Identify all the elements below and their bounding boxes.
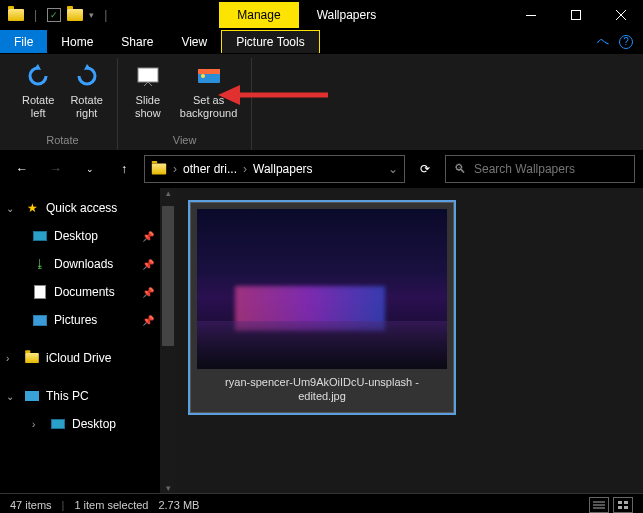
button-label: Rotateright [70,94,102,120]
ribbon-collapse-icon[interactable]: へ [597,33,609,50]
ribbon-group-rotate: Rotateleft Rotateright Rotate [8,58,118,150]
file-list[interactable]: ryan-spencer-Um9AkOiIDcU-unsplash - edit… [176,188,643,493]
pin-icon: 📌 [142,259,154,270]
slideshow-icon [132,60,164,92]
chevron-right-icon[interactable]: › [243,162,247,176]
file-item[interactable]: ryan-spencer-Um9AkOiIDcU-unsplash - edit… [190,202,454,413]
sidebar-label: Downloads [54,257,136,271]
svg-rect-0 [526,15,536,16]
rotate-left-button[interactable]: Rotateleft [16,58,60,122]
quick-access-toolbar: | ✓ ▾ | [0,8,119,22]
annotation-arrow [218,80,328,110]
file-thumbnail [197,209,447,369]
separator: | [34,8,37,22]
sidebar-label: Documents [54,285,136,299]
minimize-button[interactable] [508,0,553,30]
file-menu[interactable]: File [0,30,47,53]
pin-icon: 📌 [142,315,154,326]
chevron-down-icon[interactable]: ⌄ [6,391,18,402]
close-button[interactable] [598,0,643,30]
qat-dropdown-icon[interactable]: ▾ [89,10,94,20]
scrollbar-thumb[interactable] [162,206,174,346]
folder-icon [152,164,166,175]
menubar: File Home Share View Picture Tools へ ? [0,30,643,54]
svg-marker-9 [218,85,240,105]
download-icon: ⭳ [32,256,48,272]
sidebar-item-documents[interactable]: Documents 📌 [0,278,160,306]
titlebar: | ✓ ▾ | Manage Wallpapers [0,0,643,30]
chevron-down-icon[interactable]: ⌄ [6,203,18,214]
file-name: ryan-spencer-Um9AkOiIDcU-unsplash - edit… [197,369,447,406]
back-button[interactable]: ← [8,155,36,183]
sidebar-item-pictures[interactable]: Pictures 📌 [0,306,160,334]
separator: | [62,499,65,511]
pin-icon: 📌 [142,287,154,298]
sidebar-item-icloud[interactable]: › iCloud Drive [0,344,160,372]
details-view-button[interactable] [589,497,609,513]
status-size: 2.73 MB [158,499,199,511]
navigation-pane: ⌄ ★ Quick access Desktop 📌 ⭳ Downloads 📌… [0,188,160,493]
up-button[interactable]: ↑ [110,155,138,183]
pin-icon: 📌 [142,231,154,242]
rotate-left-icon [22,60,54,92]
recent-dropdown[interactable]: ⌄ [76,155,104,183]
statusbar: 47 items | 1 item selected 2.73 MB [0,493,643,513]
navigation-bar: ← → ⌄ ↑ › other dri... › Wallpapers ⌄ ⟳ … [0,150,643,188]
sidebar-item-this-pc[interactable]: ⌄ This PC [0,382,160,410]
svg-rect-6 [198,69,220,74]
search-input[interactable] [474,162,626,176]
sidebar-label: Desktop [54,229,136,243]
forward-button[interactable]: → [42,155,70,183]
manage-tab-header: Manage [219,2,298,28]
tab-view[interactable]: View [167,30,221,53]
help-icon[interactable]: ? [619,35,633,49]
folder-icon[interactable] [67,9,83,21]
pictures-icon [32,312,48,328]
breadcrumb[interactable]: other dri... [183,162,237,176]
document-icon [32,284,48,300]
status-selection: 1 item selected [74,499,148,511]
group-label: View [173,134,197,150]
separator: | [104,8,107,22]
thumbnails-view-button[interactable] [613,497,633,513]
desktop-icon [32,228,48,244]
sidebar-item-pc-desktop[interactable]: › Desktop [0,410,160,438]
window-controls [508,0,643,30]
tab-share[interactable]: Share [107,30,167,53]
sidebar-label: Desktop [72,417,154,431]
maximize-button[interactable] [553,0,598,30]
sidebar-label: iCloud Drive [46,351,154,365]
folder-icon [24,350,40,366]
address-dropdown-icon[interactable]: ⌄ [388,162,398,176]
contextual-tab-group: Manage Wallpapers [219,2,394,28]
slideshow-button[interactable]: Slideshow [126,58,170,122]
checkbox-icon[interactable]: ✓ [47,8,61,22]
sidebar-item-desktop[interactable]: Desktop 📌 [0,222,160,250]
sidebar-item-quick-access[interactable]: ⌄ ★ Quick access [0,194,160,222]
tab-picture-tools[interactable]: Picture Tools [221,30,319,53]
chevron-right-icon[interactable]: › [6,353,18,364]
tab-home[interactable]: Home [47,30,107,53]
breadcrumb[interactable]: Wallpapers [253,162,313,176]
main-body: ⌄ ★ Quick access Desktop 📌 ⭳ Downloads 📌… [0,188,643,493]
chevron-right-icon[interactable]: › [32,419,44,430]
search-icon: 🔍︎ [454,162,466,176]
sidebar-label: Pictures [54,313,136,327]
svg-rect-16 [624,506,628,509]
sidebar-label: Quick access [46,201,154,215]
folder-icon [8,9,24,21]
svg-rect-4 [138,68,158,82]
chevron-right-icon[interactable]: › [173,162,177,176]
svg-rect-13 [618,501,622,504]
sidebar-scrollbar[interactable]: ▴ ▾ [160,188,176,493]
sidebar-item-downloads[interactable]: ⭳ Downloads 📌 [0,250,160,278]
refresh-button[interactable]: ⟳ [411,155,439,183]
address-bar[interactable]: › other dri... › Wallpapers ⌄ [144,155,405,183]
rotate-right-button[interactable]: Rotateright [64,58,108,122]
sidebar-label: This PC [46,389,154,403]
window-title: Wallpapers [299,2,395,28]
svg-rect-15 [618,506,622,509]
desktop-icon [50,416,66,432]
search-box[interactable]: 🔍︎ [445,155,635,183]
button-label: Rotateleft [22,94,54,120]
